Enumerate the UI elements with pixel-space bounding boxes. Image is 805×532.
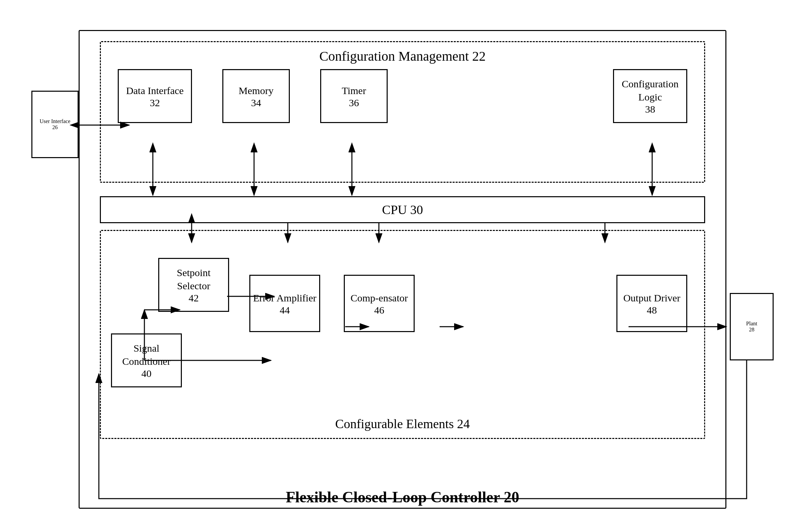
config-logic-num: 38 <box>645 103 655 115</box>
user-interface-box: User Interface 26 <box>31 91 79 158</box>
main-title: Flexible Closed-Loop Controller 20 <box>286 488 519 506</box>
compensator-name: Comp-ensator <box>350 291 408 304</box>
error-amplifier-num: 44 <box>280 304 290 316</box>
timer-num: 36 <box>349 97 359 109</box>
data-interface-name: Data Interface <box>126 84 184 97</box>
config-logic-box: Configuration Logic 38 <box>613 69 687 123</box>
plant-box: Plant 28 <box>730 293 774 360</box>
plant-num: 28 <box>749 327 754 333</box>
memory-name: Memory <box>239 84 273 97</box>
error-amplifier-name: Error Amplifier <box>253 291 316 304</box>
data-interface-box: Data Interface 32 <box>118 69 192 123</box>
timer-name: Timer <box>342 84 366 97</box>
cpu-box: CPU 30 <box>100 196 705 223</box>
cpu-label: CPU 30 <box>382 202 423 217</box>
config-mgmt-label: Configuration Management 22 <box>319 48 486 64</box>
timer-box: Timer 36 <box>320 69 388 123</box>
config-elements-box: Configurable Elements 24 Signal Conditio… <box>100 230 705 439</box>
output-driver-name: Output Driver <box>623 291 680 304</box>
data-interface-num: 32 <box>150 97 160 109</box>
compensator-box: Comp-ensator 46 <box>344 275 415 332</box>
plant-name: Plant <box>746 321 757 327</box>
config-mgmt-box: Configuration Management 22 Data Interfa… <box>100 41 705 183</box>
outer-box: Configuration Management 22 Data Interfa… <box>79 30 726 509</box>
signal-conditioner-num: 40 <box>141 368 151 379</box>
memory-num: 34 <box>251 97 261 109</box>
setpoint-selector-num: 42 <box>188 292 199 304</box>
user-interface-name: User Interface <box>39 118 70 125</box>
setpoint-selector-name: Setpoint Selector <box>159 266 228 292</box>
memory-box: Memory 34 <box>222 69 290 123</box>
signal-conditioner-box: Signal Conditioner 40 <box>111 334 182 387</box>
output-driver-num: 48 <box>647 304 657 316</box>
output-driver-box: Output Driver 48 <box>617 275 687 332</box>
setpoint-selector-box: Setpoint Selector 42 <box>158 258 229 312</box>
compensator-num: 46 <box>374 304 384 316</box>
diagram: User Interface 26 Configuration Manageme… <box>31 17 774 515</box>
config-elements-label: Configurable Elements 24 <box>335 416 470 431</box>
user-interface-num: 26 <box>52 125 58 131</box>
error-amplifier-box: Error Amplifier 44 <box>249 275 320 332</box>
config-logic-name: Configuration Logic <box>614 77 686 103</box>
signal-conditioner-name: Signal Conditioner <box>112 342 181 368</box>
